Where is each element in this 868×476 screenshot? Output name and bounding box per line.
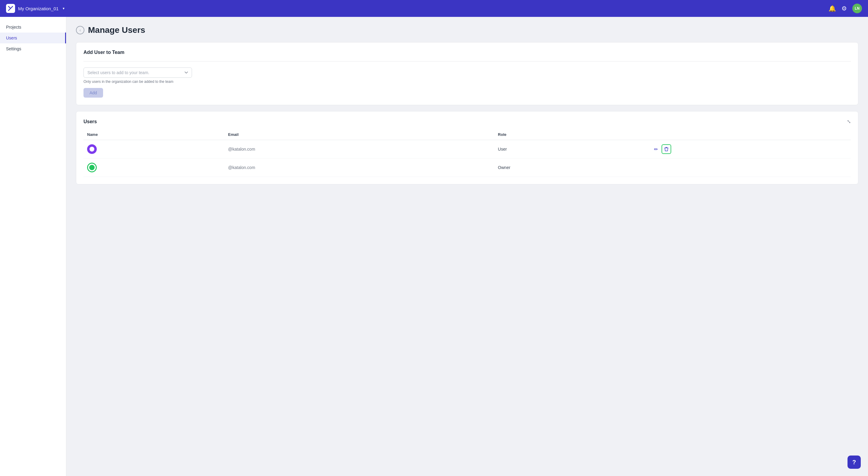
user-role-1: User: [494, 140, 649, 158]
sidebar: Projects Users Settings: [0, 17, 66, 476]
table-row: @katalon.com Owner: [84, 158, 851, 177]
sidebar-item-settings[interactable]: Settings: [0, 43, 66, 54]
user-avatar-purple: [87, 144, 97, 154]
user-select[interactable]: Select users to add to your team.: [84, 67, 192, 78]
main-content: ‹ Manage Users Add User to Team Select u…: [66, 17, 868, 476]
col-email: Email: [224, 129, 494, 140]
compress-icon[interactable]: ⤡: [847, 119, 851, 124]
sidebar-label-projects: Projects: [6, 25, 22, 30]
layout: Projects Users Settings ‹ Manage Users A…: [0, 17, 868, 476]
user-email-1: @katalon.com: [224, 140, 494, 158]
user-actions-2: [649, 158, 851, 177]
app-logo[interactable]: [6, 4, 15, 13]
user-actions-1: ✏: [649, 140, 851, 158]
avatar-inner-green: [89, 165, 95, 170]
col-name: Name: [84, 129, 224, 140]
action-buttons-row1: ✏: [653, 144, 847, 154]
help-button[interactable]: ?: [847, 455, 861, 469]
sidebar-label-settings: Settings: [6, 46, 22, 51]
avatar-inner: [90, 147, 94, 152]
users-card-title: Users: [84, 119, 97, 124]
user-email-2: @katalon.com: [224, 158, 494, 177]
user-avatar[interactable]: LN: [852, 4, 862, 13]
back-button[interactable]: ‹: [76, 26, 84, 34]
col-role: Role: [494, 129, 649, 140]
org-name[interactable]: My Organization_01: [18, 6, 59, 11]
add-user-card-title: Add User to Team: [84, 50, 851, 55]
sidebar-label-users: Users: [6, 36, 17, 40]
users-table: Name Email Role @katalon.co: [84, 129, 851, 177]
users-card-header: Users ⤡: [84, 119, 851, 124]
page-header: ‹ Manage Users: [76, 25, 858, 35]
table-row: @katalon.com User ✏: [84, 140, 851, 158]
sidebar-item-projects[interactable]: Projects: [0, 22, 66, 33]
page-title: Manage Users: [88, 25, 145, 35]
settings-icon[interactable]: ⚙: [841, 5, 847, 12]
users-card: Users ⤡ Name Email Role: [76, 111, 858, 184]
delete-button-1[interactable]: [661, 144, 671, 154]
user-avatar-green: [87, 163, 97, 172]
notification-icon[interactable]: 🔔: [829, 5, 836, 12]
col-actions: [649, 129, 851, 140]
sidebar-item-users[interactable]: Users: [0, 33, 66, 43]
topnav: My Organization_01 ▾ 🔔 ⚙ LN: [0, 0, 868, 17]
org-dropdown-icon[interactable]: ▾: [63, 6, 64, 10]
edit-button-1[interactable]: ✏: [653, 145, 659, 153]
user-role-2: Owner: [494, 158, 649, 177]
user-avatar-cell: [84, 140, 224, 158]
add-user-hint: Only users in the organization can be ad…: [84, 80, 851, 84]
user-avatar-cell-2: [84, 158, 224, 177]
add-user-card: Add User to Team Select users to add to …: [76, 42, 858, 105]
add-button[interactable]: Add: [84, 88, 103, 98]
topnav-right: 🔔 ⚙ LN: [829, 4, 862, 13]
topnav-left: My Organization_01 ▾: [6, 4, 64, 13]
